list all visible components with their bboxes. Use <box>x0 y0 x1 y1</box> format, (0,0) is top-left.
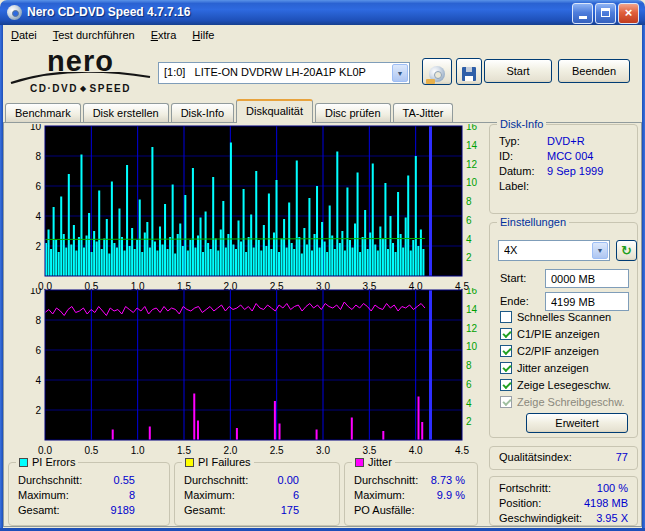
checkbox-c1-pie[interactable]: C1/PIE anzeigen <box>500 327 600 341</box>
save-button[interactable] <box>456 58 482 85</box>
advanced-button[interactable]: Erweitert <box>526 413 628 433</box>
start-button[interactable]: Start <box>484 59 552 83</box>
svg-text:3.0: 3.0 <box>316 445 330 456</box>
disc-tool-button[interactable] <box>422 58 452 85</box>
start-mb-label: Start: <box>500 272 526 284</box>
typ-value: DVD+R <box>547 135 585 147</box>
disk-info-title: Disk-Info <box>497 118 546 130</box>
speed-select[interactable]: 4X ▼ <box>498 240 610 261</box>
disk-info-row-typ: Typ: DVD+R <box>499 135 631 148</box>
svg-text:0.5: 0.5 <box>84 445 98 456</box>
checkbox-label: Jitter anzeigen <box>517 362 589 374</box>
checkbox-box <box>500 328 512 340</box>
start-row: Start: <box>500 269 629 288</box>
floppy-shutter <box>466 67 472 72</box>
save-floppy-icon <box>462 67 476 81</box>
disc-hand-icon <box>429 66 445 82</box>
svg-text:4: 4 <box>35 211 41 222</box>
stat-label: Maximum: <box>18 489 69 501</box>
tab-diskqualitaet[interactable]: Diskqualität <box>236 99 313 123</box>
speed-select-value: 4X <box>504 244 589 256</box>
checkbox-c2-pif[interactable]: C2/PIF anzeigen <box>500 344 599 358</box>
svg-text:2: 2 <box>35 241 41 252</box>
pi-errors-title: PI Errors <box>32 456 75 468</box>
checkbox-box <box>500 396 512 408</box>
menu-hilfe[interactable]: Hilfe <box>184 25 222 46</box>
checkbox-jitter[interactable]: Jitter anzeigen <box>500 361 589 375</box>
title-bar: Nero CD-DVD Speed 4.7.7.16 × <box>0 0 645 25</box>
checkbox-box <box>500 311 512 323</box>
start-mb-field[interactable] <box>545 269 629 288</box>
jitter-title: Jitter <box>368 456 392 468</box>
checkbox-schnelles-scannen[interactable]: Schnelles Scannen <box>500 310 611 324</box>
stat-label: Durchschnitt: <box>184 474 248 486</box>
progress-row: Fortschritt: 100 % <box>499 482 628 494</box>
svg-text:6: 6 <box>35 181 41 192</box>
minimize-icon <box>579 16 587 19</box>
nero-product-text: CD·DVD◆SPEED <box>8 83 153 94</box>
svg-text:12: 12 <box>466 159 478 170</box>
window-title: Nero CD-DVD Speed 4.7.7.16 <box>27 5 190 19</box>
jitter-caption: Jitter <box>352 456 395 468</box>
window-controls: × <box>572 3 639 24</box>
drive-select-value: [1:0] LITE-ON DVDRW LH-20A1P KL0P <box>164 66 389 78</box>
menu-extra[interactable]: Extra <box>143 25 185 46</box>
settings-panel: Einstellungen 4X ▼ ↻ Start: Ende: Schnel… <box>489 222 638 438</box>
tab-ta-jitter[interactable]: TA-Jitter <box>393 103 454 122</box>
disk-info-row-label: Label: <box>499 180 631 193</box>
close-button[interactable]: × <box>618 3 639 24</box>
jitter-panel: Jitter Durchschnitt:8.73 % Maximum:9.9 %… <box>344 462 478 526</box>
position-value: 4198 MB <box>584 497 628 509</box>
svg-text:1.0: 1.0 <box>131 445 145 456</box>
maximize-icon <box>601 8 610 17</box>
menu-test-durchfuehren[interactable]: Test durchführen <box>45 25 143 46</box>
tab-disk-info[interactable]: Disk-Info <box>171 103 234 122</box>
position-row: Position: 4198 MB <box>499 497 628 509</box>
stat-label: Gesamt: <box>184 504 226 516</box>
svg-text:6: 6 <box>466 215 472 226</box>
drive-select[interactable]: [1:0] LITE-ON DVDRW LH-20A1P KL0P ▼ <box>158 62 410 84</box>
checkbox-label: Zeige Schreibgeschw. <box>517 396 625 408</box>
tab-disc-pruefen[interactable]: Disc prüfen <box>315 103 391 122</box>
chevron-down-icon: ▼ <box>592 242 608 259</box>
logo-cddvd-text: CD·DVD <box>30 83 78 94</box>
logo-speed-text: SPEED <box>90 83 131 94</box>
stat-value: 6 <box>293 489 299 501</box>
svg-text:10: 10 <box>466 341 478 352</box>
svg-text:14: 14 <box>466 304 478 315</box>
svg-text:16: 16 <box>466 124 478 132</box>
svg-text:2: 2 <box>466 252 472 263</box>
checkbox-box <box>500 362 512 374</box>
svg-text:4: 4 <box>35 375 41 386</box>
chevron-down-icon: ▼ <box>392 64 408 82</box>
stat-value: 8.73 % <box>431 474 465 486</box>
end-mb-field[interactable] <box>545 292 629 311</box>
checkbox-lesegeschw[interactable]: Zeige Lesegeschw. <box>500 378 611 392</box>
pi-errors-caption: PI Errors <box>16 456 78 468</box>
tab-disk-erstellen[interactable]: Disk erstellen <box>83 103 169 122</box>
position-label: Position: <box>499 497 541 509</box>
refresh-icon: ↻ <box>617 242 636 259</box>
tab-benchmark[interactable]: Benchmark <box>5 103 81 122</box>
svg-text:0.0: 0.0 <box>38 445 52 456</box>
stat-value: 0.55 <box>114 474 135 486</box>
minimize-button[interactable] <box>572 3 593 24</box>
menu-datei[interactable]: Datei <box>3 25 45 46</box>
stat-label: Maximum: <box>184 489 235 501</box>
pi-failures-title: PI Failures <box>198 456 251 468</box>
svg-text:8: 8 <box>466 360 472 371</box>
checkbox-schreibgeschw[interactable]: Zeige Schreibgeschw. <box>500 395 625 409</box>
stat-value: 9.9 % <box>437 489 465 501</box>
svg-text:12: 12 <box>466 323 478 334</box>
maximize-button[interactable] <box>595 3 616 24</box>
quit-button[interactable]: Beenden <box>558 59 630 83</box>
nero-logo: nero CD·DVD◆SPEED <box>8 46 153 96</box>
checkbox-label: C1/PIE anzeigen <box>517 328 600 340</box>
pi-errors-panel: PI Errors Durchschnitt:0.55 Maximum:8 Ge… <box>8 462 170 526</box>
disk-info-row-datum: Datum: 9 Sep 1999 <box>499 165 631 178</box>
svg-text:10: 10 <box>30 124 42 132</box>
disk-info-row-id: ID: MCC 004 <box>499 150 631 163</box>
jitter-color-chip <box>355 458 364 467</box>
svg-text:2.0: 2.0 <box>223 445 237 456</box>
refresh-button[interactable]: ↻ <box>616 240 637 261</box>
